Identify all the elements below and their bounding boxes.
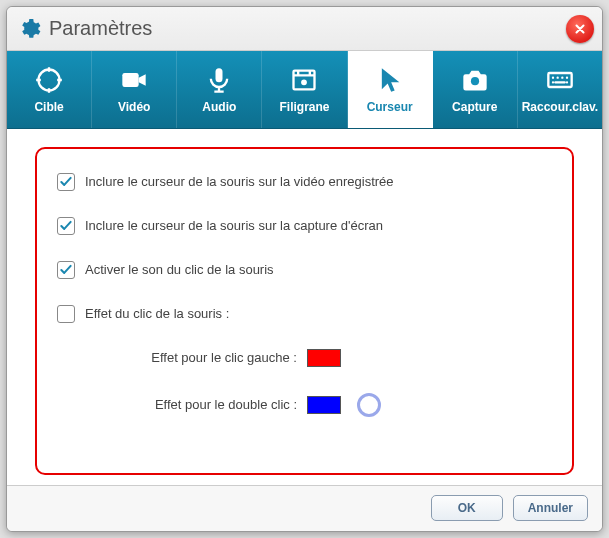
svg-rect-1 — [123, 73, 139, 87]
tab-label: Audio — [202, 100, 236, 114]
tab-curseur[interactable]: Curseur — [348, 51, 433, 127]
cursor-icon — [376, 66, 404, 94]
option-label: Inclure le curseur de la souris sur la v… — [85, 174, 394, 189]
option-label: Activer le son du clic de la souris — [85, 262, 274, 277]
option-row: Effet du clic de la souris : — [57, 305, 552, 323]
close-button[interactable] — [566, 15, 594, 43]
tab-raccourclav[interactable]: Raccour.clav. — [518, 51, 602, 127]
ok-button[interactable]: OK — [431, 495, 503, 521]
checkbox-include-cursor-video[interactable] — [57, 173, 75, 191]
left-click-effect-row: Effet pour le clic gauche : — [57, 349, 552, 367]
tab-label: Curseur — [367, 100, 413, 114]
tab-label: Raccour.clav. — [522, 100, 599, 114]
option-label: Inclure le curseur de la souris sur la c… — [85, 218, 383, 233]
svg-point-5 — [471, 77, 479, 85]
option-row: Inclure le curseur de la souris sur la c… — [57, 217, 552, 235]
svg-point-0 — [39, 69, 60, 90]
cursor-options-panel: Inclure le curseur de la souris sur la v… — [35, 147, 574, 475]
option-row: Activer le son du clic de la souris — [57, 261, 552, 279]
checkbox-click-effect[interactable] — [57, 305, 75, 323]
content-area: Inclure le curseur de la souris sur la v… — [7, 129, 602, 485]
tab-filigrane[interactable]: Filigrane — [262, 51, 347, 127]
checkbox-include-cursor-screenshot[interactable] — [57, 217, 75, 235]
left-click-label: Effet pour le clic gauche : — [117, 350, 297, 365]
click-ring-preview — [357, 393, 381, 417]
tab-label: Vidéo — [118, 100, 150, 114]
settings-window: Paramètres Cible Vidéo Audio — [6, 6, 603, 532]
tab-bar: Cible Vidéo Audio Filigrane Curseur — [7, 51, 602, 128]
tab-capture[interactable]: Capture — [433, 51, 518, 127]
option-row: Inclure le curseur de la souris sur la v… — [57, 173, 552, 191]
svg-rect-2 — [216, 68, 223, 82]
keyboard-icon — [546, 66, 574, 94]
tab-label: Capture — [452, 100, 497, 114]
checkbox-click-sound[interactable] — [57, 261, 75, 279]
double-click-color-swatch[interactable] — [307, 396, 341, 414]
footer: OK Annuler — [7, 485, 602, 531]
left-click-color-swatch[interactable] — [307, 349, 341, 367]
window-title: Paramètres — [49, 17, 152, 40]
option-label: Effet du clic de la souris : — [85, 306, 229, 321]
tab-label: Filigrane — [279, 100, 329, 114]
tab-label: Cible — [34, 100, 63, 114]
video-icon — [120, 66, 148, 94]
svg-point-4 — [303, 80, 307, 84]
gear-icon — [17, 17, 41, 41]
svg-rect-6 — [548, 73, 571, 87]
double-click-label: Effet pour le double clic : — [117, 397, 297, 412]
watermark-icon — [290, 66, 318, 94]
tab-audio[interactable]: Audio — [177, 51, 262, 127]
microphone-icon — [205, 66, 233, 94]
tab-video[interactable]: Vidéo — [92, 51, 177, 127]
double-click-effect-row: Effet pour le double clic : — [57, 393, 552, 417]
cancel-button[interactable]: Annuler — [513, 495, 588, 521]
camera-icon — [461, 66, 489, 94]
tab-cible[interactable]: Cible — [7, 51, 92, 127]
target-icon — [35, 66, 63, 94]
title-bar: Paramètres — [7, 7, 602, 51]
